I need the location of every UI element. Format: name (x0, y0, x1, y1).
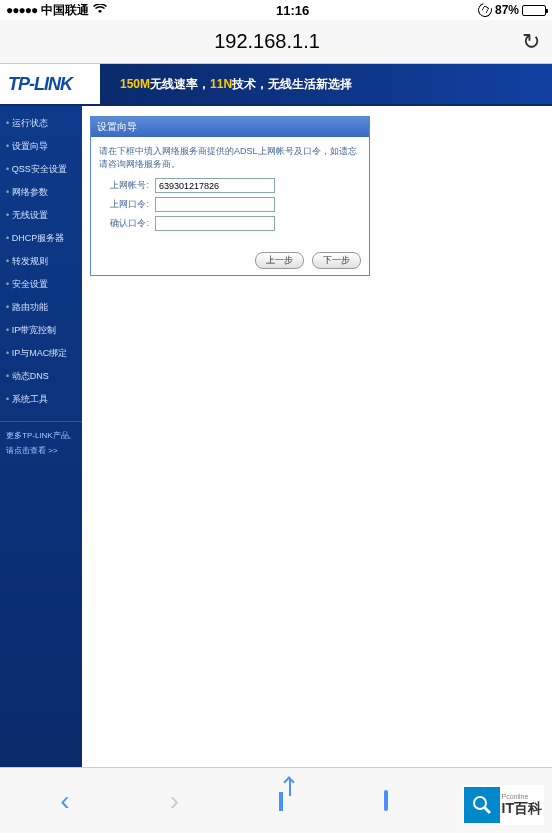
nav-more-link[interactable]: 请点击查看 >> (0, 443, 82, 458)
nav-system[interactable]: 系统工具 (0, 388, 82, 411)
status-time: 11:16 (107, 3, 478, 18)
browser-url-bar[interactable]: 192.168.1.1 ↻ (0, 20, 552, 64)
nav-wizard[interactable]: 设置向导 (0, 135, 82, 158)
watermark: Pconline IT百科 (462, 785, 544, 825)
router-header: TP-LINK 150M无线速率，11N技术，无线生活新选择 (0, 64, 552, 106)
status-left: ●●●●● 中国联通 (6, 2, 107, 19)
watermark-sub: Pconline (502, 793, 542, 800)
orientation-lock-icon (475, 0, 494, 19)
nav-ddns[interactable]: 动态DNS (0, 365, 82, 388)
nav-forward[interactable]: 转发规则 (0, 250, 82, 273)
nav-network[interactable]: 网络参数 (0, 181, 82, 204)
forward-button[interactable]: › (170, 785, 179, 817)
label-confirm: 确认口令: (99, 217, 155, 230)
nav-routing[interactable]: 路由功能 (0, 296, 82, 319)
input-password[interactable] (155, 197, 275, 212)
tplink-logo: TP-LINK (0, 74, 100, 95)
nav-qss[interactable]: QSS安全设置 (0, 158, 82, 181)
watermark-brand: IT百科 (502, 800, 542, 818)
bookmarks-button[interactable] (384, 792, 388, 810)
nav-bandwidth[interactable]: IP带宽控制 (0, 319, 82, 342)
prev-button[interactable]: 上一步 (255, 252, 304, 269)
router-admin-page: TP-LINK 150M无线速率，11N技术，无线生活新选择 运行状态 设置向导… (0, 64, 552, 767)
main-content: 设置向导 请在下框中填入网络服务商提供的ADSL上网帐号及口令，如遗忘请咨询网络… (82, 106, 552, 767)
share-button[interactable] (279, 792, 283, 810)
wifi-icon (93, 3, 107, 17)
carrier-label: 中国联通 (41, 2, 89, 19)
url-text: 192.168.1.1 (12, 30, 522, 53)
nav-ipmac[interactable]: IP与MAC绑定 (0, 342, 82, 365)
nav-more-products[interactable]: 更多TP-LINK产品, (0, 421, 82, 443)
nav-dhcp[interactable]: DHCP服务器 (0, 227, 82, 250)
battery-pct: 87% (495, 3, 519, 17)
share-icon (279, 792, 283, 811)
input-confirm[interactable] (155, 216, 275, 231)
label-account: 上网帐号: (99, 179, 155, 192)
nav-status[interactable]: 运行状态 (0, 112, 82, 135)
instruction-text: 请在下框中填入网络服务商提供的ADSL上网帐号及口令，如遗忘请咨询网络服务商。 (99, 145, 361, 170)
status-right: 87% (478, 3, 546, 17)
nav-security[interactable]: 安全设置 (0, 273, 82, 296)
sidebar-nav: 运行状态 设置向导 QSS安全设置 网络参数 无线设置 DHCP服务器 转发规则… (0, 106, 82, 767)
book-icon (384, 790, 388, 811)
watermark-badge (464, 787, 500, 823)
reload-icon[interactable]: ↻ (522, 29, 540, 55)
signal-dots: ●●●●● (6, 3, 37, 17)
header-slogan: 150M无线速率，11N技术，无线生活新选择 (100, 76, 552, 93)
battery-icon (522, 5, 546, 16)
wizard-panel: 设置向导 请在下框中填入网络服务商提供的ADSL上网帐号及口令，如遗忘请咨询网络… (90, 116, 370, 276)
input-account[interactable] (155, 178, 275, 193)
ios-status-bar: ●●●●● 中国联通 11:16 87% (0, 0, 552, 20)
nav-wireless[interactable]: 无线设置 (0, 204, 82, 227)
label-password: 上网口令: (99, 198, 155, 211)
next-button[interactable]: 下一步 (312, 252, 361, 269)
panel-title: 设置向导 (91, 117, 369, 137)
back-button[interactable]: ‹ (60, 785, 69, 817)
